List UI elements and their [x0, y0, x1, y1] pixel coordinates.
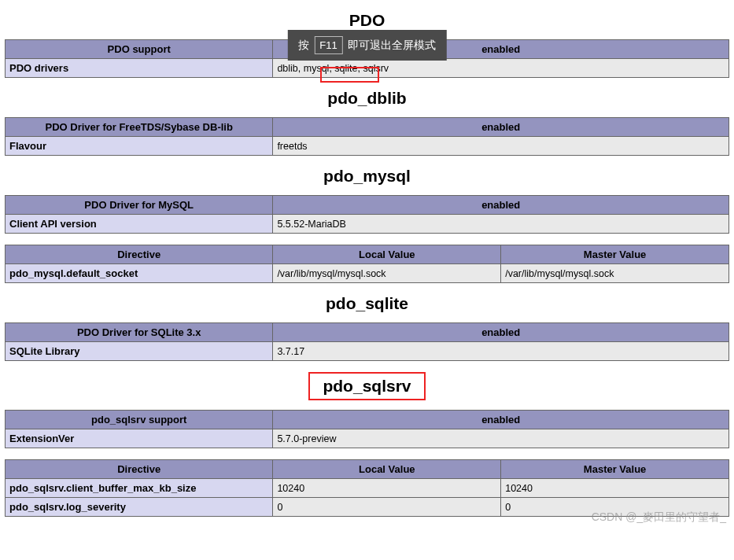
mysql-directive-table: Directive Local Value Master Value pdo_m… — [5, 245, 729, 283]
table-row: pdo_sqlsrv.log_severity 0 0 — [6, 498, 729, 517]
mysql-local-header: Local Value — [273, 245, 501, 264]
table-row: ExtensionVer 5.7.0-preview — [6, 429, 729, 448]
mysql-driver-header: PDO Driver for MySQL — [6, 196, 273, 215]
mysql-sock-master: /var/lib/mysql/mysql.sock — [501, 264, 729, 283]
mysql-driver-value: enabled — [273, 196, 729, 215]
dblib-flavour-val: freetds — [273, 137, 729, 156]
pdo-support-header: PDO support — [6, 40, 273, 59]
hint-pre: 按 — [298, 39, 309, 53]
hint-key: F11 — [314, 36, 342, 54]
pdo-drivers-val: dblib, mysql, sqlite, sqlsrv — [273, 59, 729, 78]
pdo-drivers-key: PDO drivers — [6, 59, 273, 78]
sqlsrv-support-header: pdo_sqlsrv support — [6, 411, 273, 429]
sqlsrv-log-master: 0 — [501, 498, 729, 517]
table-row: SQLite Library 3.7.17 — [6, 342, 729, 361]
mysql-dir-header: Directive — [6, 245, 273, 264]
table-row: Client API version 5.5.52-MariaDB — [6, 215, 729, 234]
section-heading-mysql: pdo_mysql — [5, 167, 729, 186]
sqlsrv-buf-local: 10240 — [273, 479, 501, 498]
hint-post: 即可退出全屏模式 — [348, 39, 436, 53]
sqlsrv-ext-val: 5.7.0-preview — [273, 429, 729, 448]
mysql-api-val: 5.5.52-MariaDB — [273, 215, 729, 234]
table-row: PDO drivers dblib, mysql, sqlite, sqlsrv — [6, 59, 729, 78]
dblib-table: PDO Driver for FreeTDS/Sybase DB-lib ena… — [5, 117, 729, 156]
section-heading-pdo: PDO — [5, 11, 729, 30]
section-heading-dblib: pdo_dblib — [5, 89, 729, 108]
sqlite-table: PDO Driver for SQLite 3.x enabled SQLite… — [5, 322, 729, 361]
sqlsrv-dir-header: Directive — [6, 460, 273, 479]
mysql-api-key: Client API version — [6, 215, 273, 234]
dblib-driver-value: enabled — [273, 118, 729, 137]
mysql-sock-local: /var/lib/mysql/mysql.sock — [273, 264, 501, 283]
fullscreen-hint: 按 F11 即可退出全屏模式 — [287, 30, 446, 61]
table-row: pdo_sqlsrv.client_buffer_max_kb_size 102… — [6, 479, 729, 498]
sqlsrv-master-header: Master Value — [501, 460, 729, 479]
table-row: Flavour freetds — [6, 137, 729, 156]
dblib-flavour-key: Flavour — [6, 137, 273, 156]
sqlite-driver-value: enabled — [273, 323, 729, 342]
sqlsrv-local-header: Local Value — [273, 460, 501, 479]
sqlsrv-buf-master: 10240 — [501, 479, 729, 498]
sqlsrv-support-value: enabled — [273, 411, 729, 429]
sqlsrv-log-local: 0 — [273, 498, 501, 517]
section-heading-sqlite: pdo_sqlite — [5, 294, 729, 313]
sqlite-driver-header: PDO Driver for SQLite 3.x — [6, 323, 273, 342]
sqlite-lib-key: SQLite Library — [6, 342, 273, 361]
sqlite-lib-val: 3.7.17 — [273, 342, 729, 361]
mysql-master-header: Master Value — [501, 245, 729, 264]
sqlsrv-ext-key: ExtensionVer — [6, 429, 273, 448]
sqlsrv-directive-table: Directive Local Value Master Value pdo_s… — [5, 459, 729, 517]
highlight-box-sqlsrv: pdo_sqlsrv — [308, 372, 425, 400]
section-heading-sqlsrv: pdo_sqlsrv — [5, 372, 729, 400]
sqlsrv-table: pdo_sqlsrv support enabled ExtensionVer … — [5, 410, 729, 448]
mysql-table: PDO Driver for MySQL enabled Client API … — [5, 195, 729, 234]
sqlsrv-log-key: pdo_sqlsrv.log_severity — [6, 498, 273, 517]
table-row: pdo_mysql.default_socket /var/lib/mysql/… — [6, 264, 729, 283]
mysql-sock-key: pdo_mysql.default_socket — [6, 264, 273, 283]
sqlsrv-buf-key: pdo_sqlsrv.client_buffer_max_kb_size — [6, 479, 273, 498]
dblib-driver-header: PDO Driver for FreeTDS/Sybase DB-lib — [6, 118, 273, 137]
